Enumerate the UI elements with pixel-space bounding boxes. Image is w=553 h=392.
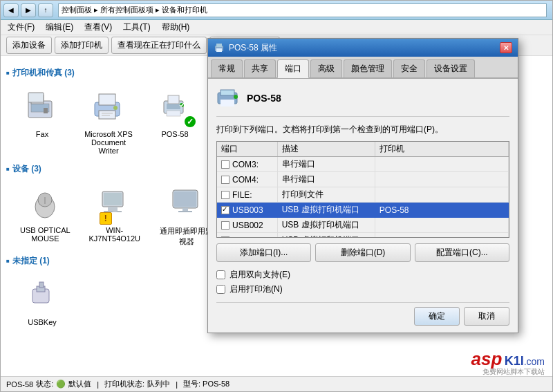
svg-rect-3 — [44, 108, 48, 113]
svg-rect-9 — [102, 115, 110, 116]
model-info: 型号: POS-58 — [183, 379, 229, 389]
printer-info-section: POS-58 — [216, 86, 509, 117]
usbkey-device[interactable]: USBKey — [17, 270, 67, 329]
bidirectional-checkbox[interactable] — [216, 270, 225, 279]
pos58-icon: ✓ — [153, 84, 197, 129]
status-value: 默认值 — [68, 379, 91, 389]
svg-rect-36 — [221, 90, 234, 95]
port-check-usb002[interactable] — [221, 221, 229, 230]
up-button[interactable]: ↑ — [38, 3, 53, 17]
menu-tools[interactable]: 工具(T) — [119, 20, 154, 35]
svg-rect-26 — [178, 211, 192, 212]
back-button[interactable]: ◀ — [3, 3, 19, 17]
port-row-usb001[interactable]: USB001 USB 虚拟打印机端口 — [217, 233, 509, 239]
fax-label: Fax — [36, 130, 48, 138]
port-row-usb003[interactable]: USB003 USB 虚拟打印机端口 POS-58 — [217, 203, 509, 218]
add-port-button[interactable]: 添加端口(I)... — [216, 243, 311, 262]
port-row-usb002[interactable]: USB002 USB 虚拟打印机端口 — [217, 218, 509, 233]
tab-ports[interactable]: 端口 — [277, 59, 309, 78]
printers-label: 打印机和传真 (3) — [12, 67, 75, 79]
dialog-cancel-button[interactable]: 取消 — [464, 307, 509, 326]
svg-rect-12 — [167, 104, 180, 109]
port-row-file[interactable]: FILE: 打印到文件 — [217, 187, 509, 203]
menu-edit[interactable]: 编辑(E) — [41, 20, 77, 35]
fax-icon — [20, 84, 64, 129]
menu-view[interactable]: 查看(V) — [80, 20, 116, 35]
usb-mouse-icon — [23, 180, 67, 225]
print-label: 打印机状态: — [104, 379, 144, 389]
view-print-queue-button[interactable]: 查看现在正在打印什么 — [111, 37, 207, 54]
menu-help[interactable]: 帮助(H) — [158, 20, 194, 35]
pos58-label: POS-58 — [161, 130, 188, 138]
port-check-com3[interactable] — [221, 160, 229, 169]
svg-rect-29 — [39, 282, 44, 288]
menu-bar: 文件(F) 编辑(E) 查看(V) 工具(T) 帮助(H) — [1, 20, 552, 35]
port-check-usb003[interactable] — [221, 206, 229, 214]
svg-point-38 — [234, 95, 238, 99]
dialog-content: POS-58 打印到下列端口。文档将打印到第一个检查到的可用端口(P)。 端口 … — [208, 79, 518, 333]
menu-file[interactable]: 文件(F) — [3, 20, 39, 35]
status-label: 状态: — [36, 379, 53, 389]
col-printer: 打印机 — [375, 142, 508, 157]
svg-rect-6 — [99, 94, 115, 105]
usb-mouse-label: USB OPTICALMOUSE — [20, 226, 71, 243]
usb-mouse-device[interactable]: USB OPTICALMOUSE — [17, 178, 73, 250]
dialog-tabs: 常规 共享 端口 高级 颜色管理 安全 设备设置 — [208, 57, 518, 79]
computer-icon: ! — [93, 180, 137, 225]
port-check-usb001[interactable] — [221, 236, 229, 239]
tab-advanced[interactable]: 高级 — [310, 59, 342, 77]
add-device-button[interactable]: 添加设备 — [6, 37, 52, 54]
col-desc: 描述 — [277, 142, 375, 157]
pos58-device[interactable]: ✓ POS-58 — [150, 82, 200, 158]
port-row-com4[interactable]: COM4: 串行端口 — [217, 172, 509, 187]
dialog-ok-button[interactable]: 确定 — [414, 307, 460, 326]
xps-label: Microsoft XPS Document Writer — [81, 130, 136, 155]
bidirectional-label: 启用双向支持(E) — [229, 269, 290, 281]
port-check-com4[interactable] — [221, 176, 229, 184]
tab-general[interactable]: 常规 — [211, 59, 243, 77]
port-check-file[interactable] — [221, 191, 229, 199]
fax-device[interactable]: Fax — [17, 82, 67, 158]
devices-label: 设备 (3) — [12, 163, 41, 175]
computer-device[interactable]: ! WIN-KJ7NT54O12U — [84, 178, 145, 250]
port-description: 打印到下列端口。文档将打印到第一个检查到的可用端口(P)。 — [216, 124, 509, 136]
port-action-buttons: 添加端口(I)... 删除端口(D) 配置端口(C)... — [216, 243, 509, 262]
device-name: POS-58 — [6, 380, 33, 389]
checkbox-section: 启用双向支持(E) 启用打印池(N) — [216, 269, 509, 295]
device-status-segment: POS-58 状态: 🟢 默认值 — [6, 379, 91, 389]
print-pool-checkbox[interactable] — [216, 285, 225, 294]
printer-info-icon — [216, 86, 241, 111]
monitor-label: 通用即插即用监视器 — [159, 226, 214, 247]
usbkey-label: USBKey — [28, 318, 57, 326]
forward-button[interactable]: ▶ — [21, 3, 36, 17]
tab-color-management[interactable]: 颜色管理 — [344, 59, 392, 77]
unspecified-label: 未指定 (1) — [12, 255, 50, 267]
dialog-title: POS-58 属性 — [229, 42, 277, 54]
svg-point-10 — [113, 106, 118, 110]
tab-device-settings[interactable]: 设备设置 — [427, 59, 475, 77]
print-pool-row: 启用打印池(N) — [216, 283, 509, 295]
add-printer-button[interactable]: 添加打印机 — [55, 37, 109, 54]
configure-port-button[interactable]: 配置端口(C)... — [415, 243, 509, 262]
xps-printer-device[interactable]: Microsoft XPS Document Writer — [78, 82, 139, 158]
computer-label: WIN-KJ7NT54O12U — [87, 226, 142, 243]
svg-rect-25 — [182, 208, 188, 211]
tab-security[interactable]: 安全 — [393, 59, 425, 77]
title-bar-nav: ◀ ▶ ↑ 控制面板 ▸ 所有控制面板项 ▸ 设备和打印机 — [3, 3, 550, 17]
title-bar: ◀ ▶ ↑ 控制面板 ▸ 所有控制面板项 ▸ 设备和打印机 — [1, 1, 552, 20]
dialog-title-bar: POS-58 属性 ✕ — [208, 39, 518, 57]
dialog-title-buttons: ✕ — [500, 42, 512, 53]
address-text: 控制面板 ▸ 所有控制面板项 ▸ 设备和打印机 — [62, 5, 207, 15]
pos58-check-icon: ✓ — [183, 115, 197, 129]
tab-sharing[interactable]: 共享 — [244, 59, 276, 77]
print-status-segment: 打印机状态: 队列中 — [104, 379, 170, 389]
dialog-close-button[interactable]: ✕ — [500, 42, 512, 53]
svg-rect-33 — [216, 44, 222, 47]
port-row-com3[interactable]: COM3: 串行端口 — [217, 157, 509, 172]
address-bar[interactable]: 控制面板 ▸ 所有控制面板项 ▸ 设备和打印机 — [58, 3, 547, 17]
svg-rect-24 — [174, 192, 196, 207]
svg-rect-8 — [102, 113, 113, 114]
port-table-container[interactable]: 端口 描述 打印机 COM3: 串行端口 COM4: 串行端口 — [216, 141, 509, 238]
dialog-printer-icon — [214, 42, 225, 53]
delete-port-button[interactable]: 删除端口(D) — [315, 243, 410, 262]
